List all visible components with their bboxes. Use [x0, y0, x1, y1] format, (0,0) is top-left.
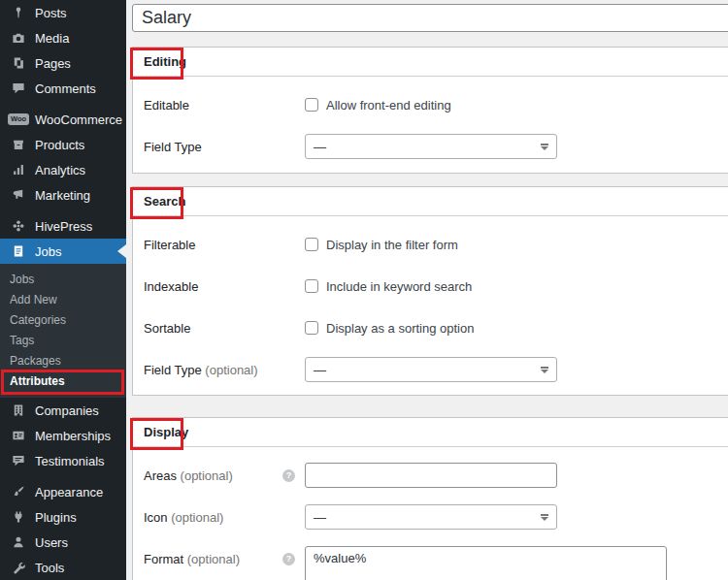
- sections-container: EditingEditableAllow front-end editingFi…: [132, 47, 728, 580]
- optional-label: (optional): [183, 552, 240, 566]
- field-label-text: Format (optional): [144, 552, 240, 566]
- pin-icon: [10, 6, 27, 20]
- sidebar-subitem-tags[interactable]: Tags: [0, 331, 126, 351]
- field-label: Field Type (optional): [144, 363, 305, 377]
- sidebar-subitem-add-new[interactable]: Add New: [0, 290, 126, 310]
- editable-checkbox[interactable]: Allow front-end editing: [305, 98, 451, 113]
- section-header: Search: [133, 187, 728, 216]
- checkbox-label: Display as a sorting option: [326, 321, 474, 336]
- sidebar-item-woocommerce[interactable]: WooWooCommerce: [0, 107, 126, 132]
- sidebar-item-label: Tools: [35, 561, 64, 575]
- sidebar-item-hivepress[interactable]: HivePress: [0, 213, 126, 239]
- form-row-icon: Icon (optional)—: [144, 504, 728, 530]
- filterable-checkbox[interactable]: Display in the filter form: [305, 238, 458, 252]
- sidebar-item-media[interactable]: Media: [0, 25, 126, 50]
- document-icon: [10, 244, 27, 259]
- checkbox-label: Allow front-end editing: [326, 98, 451, 113]
- sidebar-item-appearance[interactable]: Appearance: [0, 479, 126, 504]
- help-icon[interactable]: ?: [282, 469, 295, 482]
- field-type-select[interactable]: —: [305, 357, 557, 382]
- form-row-editable: EditableAllow front-end editing: [144, 92, 728, 117]
- sidebar-item-label: Appearance: [35, 485, 103, 499]
- testimonial-icon: [10, 454, 27, 468]
- section-heading: Editing: [144, 54, 186, 69]
- sidebar-item-analytics[interactable]: Analytics: [0, 157, 126, 182]
- sidebar-item-comments[interactable]: Comments: [0, 76, 126, 101]
- chevron-down-icon: [541, 514, 548, 521]
- comment-icon: [10, 81, 27, 96]
- field-label: Icon (optional): [144, 510, 305, 525]
- checkbox-box[interactable]: [305, 98, 318, 112]
- sidebar-subitem-attributes[interactable]: Attributes: [0, 371, 126, 392]
- field-label-text: Indexable: [144, 279, 198, 294]
- field-label: Editable: [144, 98, 305, 113]
- sidebar-item-label: HivePress: [35, 219, 92, 234]
- sidebar-subitem-categories[interactable]: Categories: [0, 310, 126, 331]
- format-textarea[interactable]: [305, 546, 667, 580]
- sidebar-menu-bottom: CompaniesMembershipsTestimonialsAppearan…: [0, 398, 126, 580]
- form-row-field-type: Field Type—: [144, 134, 728, 159]
- checkbox-box[interactable]: [305, 279, 318, 293]
- areas-input[interactable]: [305, 463, 557, 488]
- field-label-text: Filterable: [144, 238, 195, 252]
- section-heading: Display: [144, 425, 188, 439]
- checkbox-label: Include in keyword search: [326, 279, 472, 294]
- select-value: —: [314, 140, 326, 154]
- optional-label: (optional): [168, 510, 224, 525]
- checkbox-label: Display in the filter form: [326, 238, 458, 252]
- checkbox-box[interactable]: [305, 321, 318, 335]
- bar-chart-icon: [10, 163, 27, 177]
- field-label-text: Field Type: [144, 140, 202, 154]
- field-label-text: Field Type (optional): [144, 363, 258, 377]
- section-display: DisplayAreas (optional)?Icon (optional)—…: [132, 417, 728, 580]
- sidebar-item-label: WooCommerce: [35, 113, 122, 127]
- jobs-submenu: JobsAdd NewCategoriesTagsPackagesAttribu…: [0, 264, 126, 398]
- checkbox-box[interactable]: [305, 238, 318, 251]
- help-icon[interactable]: ?: [282, 553, 295, 565]
- field-label: Format (optional)?: [144, 546, 305, 571]
- sidebar-item-label: Media: [35, 31, 69, 46]
- main-content: EditingEditableAllow front-end editingFi…: [126, 0, 728, 580]
- sidebar-subitem-packages[interactable]: Packages: [0, 351, 126, 371]
- sidebar-item-memberships[interactable]: Memberships: [0, 423, 126, 448]
- sidebar-item-products[interactable]: Products: [0, 132, 126, 157]
- field-label-text: Editable: [144, 98, 189, 113]
- sidebar-item-label: Comments: [35, 81, 96, 96]
- optional-label: (optional): [177, 468, 233, 483]
- sidebar-item-posts[interactable]: Posts: [0, 0, 126, 25]
- sidebar-item-pages[interactable]: Pages: [0, 50, 126, 76]
- user-icon: [10, 535, 27, 550]
- sidebar-item-companies[interactable]: Companies: [0, 398, 126, 423]
- field-label-text: Icon (optional): [144, 510, 223, 525]
- field-label-text: Sortable: [144, 321, 190, 336]
- icon-select[interactable]: —: [305, 504, 557, 530]
- select-value: —: [314, 510, 326, 525]
- form-row-field-type: Field Type (optional)—: [144, 357, 728, 382]
- indexable-checkbox[interactable]: Include in keyword search: [305, 279, 472, 294]
- section-heading: Search: [144, 194, 185, 209]
- pages-icon: [10, 56, 27, 71]
- chevron-down-icon: [541, 144, 548, 150]
- section-editing: EditingEditableAllow front-end editingFi…: [132, 47, 728, 174]
- hivepress-icon: [10, 219, 27, 234]
- sidebar-item-plugins[interactable]: Plugins: [0, 504, 126, 530]
- sidebar-item-label: Plugins: [35, 510, 77, 525]
- field-label: Indexable: [144, 279, 305, 294]
- wrench-icon: [10, 561, 27, 575]
- sidebar-item-users[interactable]: Users: [0, 530, 126, 555]
- optional-label: (optional): [202, 363, 258, 377]
- field-label: Field Type: [144, 140, 305, 154]
- select-value: —: [314, 363, 326, 377]
- active-item-arrow: [117, 244, 126, 258]
- sidebar-item-testimonials[interactable]: Testimonials: [0, 448, 126, 473]
- sidebar-item-marketing[interactable]: Marketing: [0, 182, 126, 208]
- box-icon: [10, 138, 27, 152]
- sortable-checkbox[interactable]: Display as a sorting option: [305, 321, 474, 336]
- sidebar-subitem-jobs[interactable]: Jobs: [0, 270, 126, 290]
- attribute-title-input[interactable]: [132, 4, 728, 32]
- sidebar-item-tools[interactable]: Tools: [0, 555, 126, 580]
- field-type-select[interactable]: —: [305, 134, 557, 159]
- brush-icon: [10, 485, 27, 499]
- sidebar-item-jobs[interactable]: Jobs: [0, 239, 126, 264]
- sidebar-item-label: Analytics: [35, 163, 85, 177]
